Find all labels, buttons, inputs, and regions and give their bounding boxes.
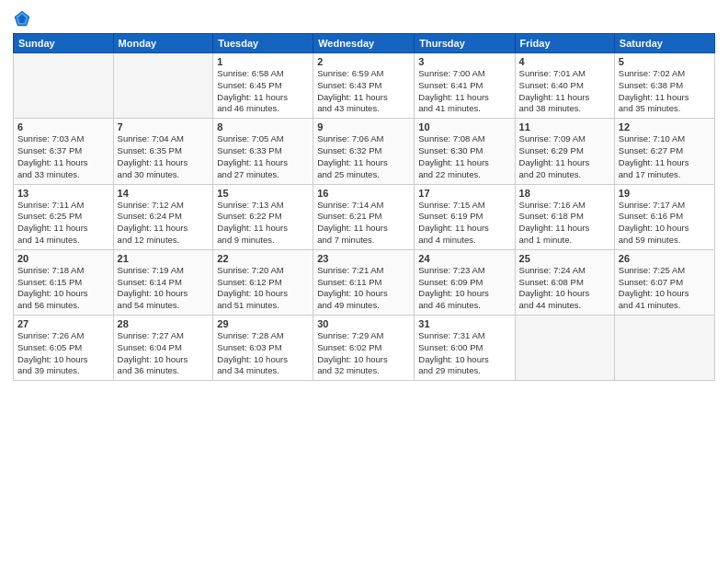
calendar-week-row: 6Sunrise: 7:03 AM Sunset: 6:37 PM Daylig… [14, 119, 715, 184]
day-number: 31 [418, 318, 510, 329]
calendar-cell: 27Sunrise: 7:26 AM Sunset: 6:05 PM Dayli… [14, 316, 114, 381]
day-info: Sunrise: 7:04 AM Sunset: 6:35 PM Dayligh… [118, 133, 210, 180]
day-info: Sunrise: 7:05 AM Sunset: 6:33 PM Dayligh… [217, 133, 309, 180]
day-info: Sunrise: 7:00 AM Sunset: 6:41 PM Dayligh… [418, 68, 510, 115]
day-info: Sunrise: 7:21 AM Sunset: 6:11 PM Dayligh… [317, 265, 410, 312]
day-info: Sunrise: 7:08 AM Sunset: 6:30 PM Dayligh… [418, 133, 510, 180]
day-info: Sunrise: 7:28 AM Sunset: 6:03 PM Dayligh… [217, 330, 309, 377]
day-number: 29 [217, 318, 309, 329]
calendar-cell: 1Sunrise: 6:58 AM Sunset: 6:45 PM Daylig… [213, 53, 313, 119]
page: SundayMondayTuesdayWednesdayThursdayFrid… [0, 0, 728, 563]
day-info: Sunrise: 7:10 AM Sunset: 6:27 PM Dayligh… [619, 133, 711, 180]
day-info: Sunrise: 7:18 AM Sunset: 6:15 PM Dayligh… [17, 265, 109, 312]
calendar-cell: 9Sunrise: 7:06 AM Sunset: 6:32 PM Daylig… [313, 119, 415, 184]
calendar-week-row: 13Sunrise: 7:11 AM Sunset: 6:25 PM Dayli… [14, 184, 715, 249]
day-number: 17 [418, 188, 510, 199]
calendar-cell: 11Sunrise: 7:09 AM Sunset: 6:29 PM Dayli… [515, 119, 614, 184]
calendar-cell: 18Sunrise: 7:16 AM Sunset: 6:18 PM Dayli… [515, 184, 614, 249]
day-number: 25 [519, 253, 610, 264]
day-info: Sunrise: 7:09 AM Sunset: 6:29 PM Dayligh… [519, 133, 610, 180]
day-info: Sunrise: 7:25 AM Sunset: 6:07 PM Dayligh… [619, 265, 711, 312]
day-number: 4 [519, 56, 610, 67]
calendar-cell [14, 53, 114, 119]
day-info: Sunrise: 7:03 AM Sunset: 6:37 PM Dayligh… [17, 133, 109, 180]
calendar-week-row: 20Sunrise: 7:18 AM Sunset: 6:15 PM Dayli… [14, 249, 715, 315]
logo [13, 9, 33, 28]
day-number: 16 [317, 188, 410, 199]
day-info: Sunrise: 7:01 AM Sunset: 6:40 PM Dayligh… [519, 68, 610, 115]
day-number: 10 [418, 121, 510, 132]
day-header: Saturday [614, 34, 714, 53]
calendar-cell: 22Sunrise: 7:20 AM Sunset: 6:12 PM Dayli… [213, 249, 313, 315]
day-number: 13 [17, 188, 109, 199]
calendar-cell: 15Sunrise: 7:13 AM Sunset: 6:22 PM Dayli… [213, 184, 313, 249]
calendar-cell [614, 316, 714, 381]
calendar-cell: 19Sunrise: 7:17 AM Sunset: 6:16 PM Dayli… [614, 184, 714, 249]
calendar-cell: 29Sunrise: 7:28 AM Sunset: 6:03 PM Dayli… [213, 316, 313, 381]
day-number: 20 [17, 253, 109, 264]
calendar-cell: 16Sunrise: 7:14 AM Sunset: 6:21 PM Dayli… [313, 184, 415, 249]
day-number: 12 [619, 121, 711, 132]
calendar-cell: 14Sunrise: 7:12 AM Sunset: 6:24 PM Dayli… [113, 184, 213, 249]
day-info: Sunrise: 7:26 AM Sunset: 6:05 PM Dayligh… [17, 330, 109, 377]
calendar-week-row: 27Sunrise: 7:26 AM Sunset: 6:05 PM Dayli… [14, 316, 715, 381]
day-info: Sunrise: 7:29 AM Sunset: 6:02 PM Dayligh… [317, 330, 410, 377]
calendar-cell: 31Sunrise: 7:31 AM Sunset: 6:00 PM Dayli… [415, 316, 515, 381]
day-header: Wednesday [313, 34, 415, 53]
calendar-cell: 26Sunrise: 7:25 AM Sunset: 6:07 PM Dayli… [614, 249, 714, 315]
day-info: Sunrise: 7:15 AM Sunset: 6:19 PM Dayligh… [418, 200, 510, 247]
day-info: Sunrise: 7:19 AM Sunset: 6:14 PM Dayligh… [118, 265, 210, 312]
calendar-cell: 28Sunrise: 7:27 AM Sunset: 6:04 PM Dayli… [113, 316, 213, 381]
day-info: Sunrise: 7:20 AM Sunset: 6:12 PM Dayligh… [217, 265, 309, 312]
calendar-cell: 8Sunrise: 7:05 AM Sunset: 6:33 PM Daylig… [213, 119, 313, 184]
day-info: Sunrise: 7:16 AM Sunset: 6:18 PM Dayligh… [519, 200, 610, 247]
day-header: Tuesday [213, 34, 313, 53]
day-number: 3 [418, 56, 510, 67]
day-number: 6 [17, 121, 109, 132]
calendar-cell [113, 53, 213, 119]
day-info: Sunrise: 7:17 AM Sunset: 6:16 PM Dayligh… [619, 200, 711, 247]
day-info: Sunrise: 6:58 AM Sunset: 6:45 PM Dayligh… [217, 68, 309, 115]
day-number: 22 [217, 253, 309, 264]
day-info: Sunrise: 7:31 AM Sunset: 6:00 PM Dayligh… [418, 330, 510, 377]
day-number: 30 [317, 318, 410, 329]
calendar-header-row: SundayMondayTuesdayWednesdayThursdayFrid… [14, 34, 715, 53]
day-header: Thursday [415, 34, 515, 53]
calendar-cell: 2Sunrise: 6:59 AM Sunset: 6:43 PM Daylig… [313, 53, 415, 119]
calendar-cell: 13Sunrise: 7:11 AM Sunset: 6:25 PM Dayli… [14, 184, 114, 249]
day-number: 8 [217, 121, 309, 132]
day-number: 26 [619, 253, 711, 264]
day-number: 1 [217, 56, 309, 67]
calendar-cell: 25Sunrise: 7:24 AM Sunset: 6:08 PM Dayli… [515, 249, 614, 315]
day-number: 14 [118, 188, 210, 199]
day-info: Sunrise: 7:02 AM Sunset: 6:38 PM Dayligh… [619, 68, 711, 115]
header [13, 9, 715, 28]
calendar-cell: 24Sunrise: 7:23 AM Sunset: 6:09 PM Dayli… [415, 249, 515, 315]
day-info: Sunrise: 7:14 AM Sunset: 6:21 PM Dayligh… [317, 200, 410, 247]
calendar-cell [515, 316, 614, 381]
day-number: 2 [317, 56, 410, 67]
day-number: 7 [118, 121, 210, 132]
day-number: 24 [418, 253, 510, 264]
day-info: Sunrise: 6:59 AM Sunset: 6:43 PM Dayligh… [317, 68, 410, 115]
calendar-cell: 23Sunrise: 7:21 AM Sunset: 6:11 PM Dayli… [313, 249, 415, 315]
day-number: 21 [118, 253, 210, 264]
calendar-table: SundayMondayTuesdayWednesdayThursdayFrid… [13, 33, 715, 381]
day-number: 9 [317, 121, 410, 132]
logo-icon [13, 9, 31, 28]
day-number: 18 [519, 188, 610, 199]
calendar-cell: 30Sunrise: 7:29 AM Sunset: 6:02 PM Dayli… [313, 316, 415, 381]
day-number: 23 [317, 253, 410, 264]
day-number: 5 [619, 56, 711, 67]
calendar-cell: 6Sunrise: 7:03 AM Sunset: 6:37 PM Daylig… [14, 119, 114, 184]
calendar-cell: 12Sunrise: 7:10 AM Sunset: 6:27 PM Dayli… [614, 119, 714, 184]
calendar-cell: 7Sunrise: 7:04 AM Sunset: 6:35 PM Daylig… [113, 119, 213, 184]
day-header: Monday [113, 34, 213, 53]
calendar-cell: 5Sunrise: 7:02 AM Sunset: 6:38 PM Daylig… [614, 53, 714, 119]
day-info: Sunrise: 7:23 AM Sunset: 6:09 PM Dayligh… [418, 265, 510, 312]
calendar-week-row: 1Sunrise: 6:58 AM Sunset: 6:45 PM Daylig… [14, 53, 715, 119]
calendar-cell: 17Sunrise: 7:15 AM Sunset: 6:19 PM Dayli… [415, 184, 515, 249]
calendar-cell: 20Sunrise: 7:18 AM Sunset: 6:15 PM Dayli… [14, 249, 114, 315]
day-info: Sunrise: 7:12 AM Sunset: 6:24 PM Dayligh… [118, 200, 210, 247]
day-info: Sunrise: 7:24 AM Sunset: 6:08 PM Dayligh… [519, 265, 610, 312]
